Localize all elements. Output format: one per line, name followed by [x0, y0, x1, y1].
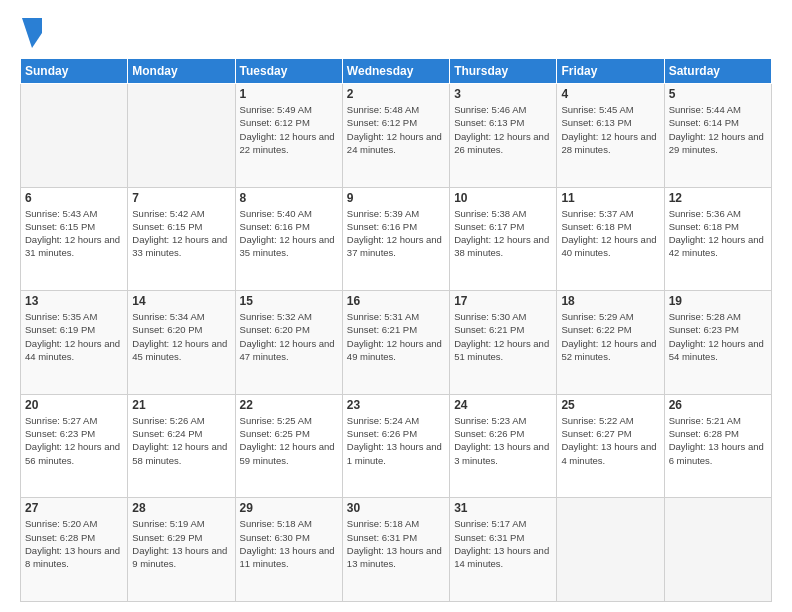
calendar-cell: 17Sunrise: 5:30 AM Sunset: 6:21 PM Dayli… — [450, 291, 557, 395]
calendar-cell: 13Sunrise: 5:35 AM Sunset: 6:19 PM Dayli… — [21, 291, 128, 395]
day-info: Sunrise: 5:24 AM Sunset: 6:26 PM Dayligh… — [347, 414, 445, 467]
calendar-cell: 7Sunrise: 5:42 AM Sunset: 6:15 PM Daylig… — [128, 187, 235, 291]
calendar-cell: 16Sunrise: 5:31 AM Sunset: 6:21 PM Dayli… — [342, 291, 449, 395]
day-info: Sunrise: 5:27 AM Sunset: 6:23 PM Dayligh… — [25, 414, 123, 467]
calendar-cell: 14Sunrise: 5:34 AM Sunset: 6:20 PM Dayli… — [128, 291, 235, 395]
calendar-cell: 21Sunrise: 5:26 AM Sunset: 6:24 PM Dayli… — [128, 394, 235, 498]
day-info: Sunrise: 5:22 AM Sunset: 6:27 PM Dayligh… — [561, 414, 659, 467]
day-number: 11 — [561, 191, 659, 205]
logo-icon — [22, 18, 42, 48]
day-info: Sunrise: 5:38 AM Sunset: 6:17 PM Dayligh… — [454, 207, 552, 260]
day-number: 19 — [669, 294, 767, 308]
day-info: Sunrise: 5:43 AM Sunset: 6:15 PM Dayligh… — [25, 207, 123, 260]
calendar-cell: 1Sunrise: 5:49 AM Sunset: 6:12 PM Daylig… — [235, 84, 342, 188]
day-header-tuesday: Tuesday — [235, 59, 342, 84]
calendar-week-1: 1Sunrise: 5:49 AM Sunset: 6:12 PM Daylig… — [21, 84, 772, 188]
calendar-cell: 26Sunrise: 5:21 AM Sunset: 6:28 PM Dayli… — [664, 394, 771, 498]
day-number: 16 — [347, 294, 445, 308]
day-number: 21 — [132, 398, 230, 412]
calendar-cell: 10Sunrise: 5:38 AM Sunset: 6:17 PM Dayli… — [450, 187, 557, 291]
day-info: Sunrise: 5:42 AM Sunset: 6:15 PM Dayligh… — [132, 207, 230, 260]
day-info: Sunrise: 5:35 AM Sunset: 6:19 PM Dayligh… — [25, 310, 123, 363]
day-info: Sunrise: 5:46 AM Sunset: 6:13 PM Dayligh… — [454, 103, 552, 156]
day-header-monday: Monday — [128, 59, 235, 84]
calendar-cell: 9Sunrise: 5:39 AM Sunset: 6:16 PM Daylig… — [342, 187, 449, 291]
calendar-week-4: 20Sunrise: 5:27 AM Sunset: 6:23 PM Dayli… — [21, 394, 772, 498]
day-number: 30 — [347, 501, 445, 515]
day-info: Sunrise: 5:34 AM Sunset: 6:20 PM Dayligh… — [132, 310, 230, 363]
day-number: 28 — [132, 501, 230, 515]
calendar-cell: 6Sunrise: 5:43 AM Sunset: 6:15 PM Daylig… — [21, 187, 128, 291]
day-number: 22 — [240, 398, 338, 412]
calendar-week-5: 27Sunrise: 5:20 AM Sunset: 6:28 PM Dayli… — [21, 498, 772, 602]
day-info: Sunrise: 5:23 AM Sunset: 6:26 PM Dayligh… — [454, 414, 552, 467]
calendar-cell: 23Sunrise: 5:24 AM Sunset: 6:26 PM Dayli… — [342, 394, 449, 498]
day-header-friday: Friday — [557, 59, 664, 84]
day-header-thursday: Thursday — [450, 59, 557, 84]
calendar-cell: 20Sunrise: 5:27 AM Sunset: 6:23 PM Dayli… — [21, 394, 128, 498]
calendar-cell: 29Sunrise: 5:18 AM Sunset: 6:30 PM Dayli… — [235, 498, 342, 602]
calendar-cell: 31Sunrise: 5:17 AM Sunset: 6:31 PM Dayli… — [450, 498, 557, 602]
calendar-cell: 15Sunrise: 5:32 AM Sunset: 6:20 PM Dayli… — [235, 291, 342, 395]
day-info: Sunrise: 5:18 AM Sunset: 6:30 PM Dayligh… — [240, 517, 338, 570]
calendar-cell: 22Sunrise: 5:25 AM Sunset: 6:25 PM Dayli… — [235, 394, 342, 498]
calendar-cell: 12Sunrise: 5:36 AM Sunset: 6:18 PM Dayli… — [664, 187, 771, 291]
day-number: 17 — [454, 294, 552, 308]
calendar-week-3: 13Sunrise: 5:35 AM Sunset: 6:19 PM Dayli… — [21, 291, 772, 395]
day-info: Sunrise: 5:18 AM Sunset: 6:31 PM Dayligh… — [347, 517, 445, 570]
day-info: Sunrise: 5:49 AM Sunset: 6:12 PM Dayligh… — [240, 103, 338, 156]
calendar-cell: 25Sunrise: 5:22 AM Sunset: 6:27 PM Dayli… — [557, 394, 664, 498]
day-number: 8 — [240, 191, 338, 205]
calendar-cell: 4Sunrise: 5:45 AM Sunset: 6:13 PM Daylig… — [557, 84, 664, 188]
day-info: Sunrise: 5:25 AM Sunset: 6:25 PM Dayligh… — [240, 414, 338, 467]
day-info: Sunrise: 5:20 AM Sunset: 6:28 PM Dayligh… — [25, 517, 123, 570]
calendar-cell: 18Sunrise: 5:29 AM Sunset: 6:22 PM Dayli… — [557, 291, 664, 395]
calendar-cell: 5Sunrise: 5:44 AM Sunset: 6:14 PM Daylig… — [664, 84, 771, 188]
page: SundayMondayTuesdayWednesdayThursdayFrid… — [0, 0, 792, 612]
day-number: 3 — [454, 87, 552, 101]
day-info: Sunrise: 5:36 AM Sunset: 6:18 PM Dayligh… — [669, 207, 767, 260]
day-info: Sunrise: 5:19 AM Sunset: 6:29 PM Dayligh… — [132, 517, 230, 570]
day-number: 4 — [561, 87, 659, 101]
calendar-header-row: SundayMondayTuesdayWednesdayThursdayFrid… — [21, 59, 772, 84]
day-info: Sunrise: 5:30 AM Sunset: 6:21 PM Dayligh… — [454, 310, 552, 363]
calendar-week-2: 6Sunrise: 5:43 AM Sunset: 6:15 PM Daylig… — [21, 187, 772, 291]
day-number: 5 — [669, 87, 767, 101]
day-number: 25 — [561, 398, 659, 412]
day-number: 23 — [347, 398, 445, 412]
calendar-cell: 8Sunrise: 5:40 AM Sunset: 6:16 PM Daylig… — [235, 187, 342, 291]
calendar-table: SundayMondayTuesdayWednesdayThursdayFrid… — [20, 58, 772, 602]
header — [20, 18, 772, 48]
day-number: 24 — [454, 398, 552, 412]
day-info: Sunrise: 5:39 AM Sunset: 6:16 PM Dayligh… — [347, 207, 445, 260]
day-info: Sunrise: 5:40 AM Sunset: 6:16 PM Dayligh… — [240, 207, 338, 260]
day-number: 6 — [25, 191, 123, 205]
day-info: Sunrise: 5:44 AM Sunset: 6:14 PM Dayligh… — [669, 103, 767, 156]
day-number: 26 — [669, 398, 767, 412]
day-info: Sunrise: 5:29 AM Sunset: 6:22 PM Dayligh… — [561, 310, 659, 363]
day-number: 18 — [561, 294, 659, 308]
logo — [20, 18, 42, 48]
day-header-sunday: Sunday — [21, 59, 128, 84]
calendar-cell: 2Sunrise: 5:48 AM Sunset: 6:12 PM Daylig… — [342, 84, 449, 188]
calendar-cell: 24Sunrise: 5:23 AM Sunset: 6:26 PM Dayli… — [450, 394, 557, 498]
day-number: 27 — [25, 501, 123, 515]
day-info: Sunrise: 5:21 AM Sunset: 6:28 PM Dayligh… — [669, 414, 767, 467]
day-info: Sunrise: 5:31 AM Sunset: 6:21 PM Dayligh… — [347, 310, 445, 363]
day-number: 1 — [240, 87, 338, 101]
day-header-saturday: Saturday — [664, 59, 771, 84]
calendar-cell: 30Sunrise: 5:18 AM Sunset: 6:31 PM Dayli… — [342, 498, 449, 602]
day-number: 9 — [347, 191, 445, 205]
calendar-cell — [128, 84, 235, 188]
calendar-cell: 19Sunrise: 5:28 AM Sunset: 6:23 PM Dayli… — [664, 291, 771, 395]
day-number: 12 — [669, 191, 767, 205]
calendar-cell — [664, 498, 771, 602]
calendar-cell: 11Sunrise: 5:37 AM Sunset: 6:18 PM Dayli… — [557, 187, 664, 291]
day-info: Sunrise: 5:26 AM Sunset: 6:24 PM Dayligh… — [132, 414, 230, 467]
day-number: 29 — [240, 501, 338, 515]
day-number: 10 — [454, 191, 552, 205]
day-number: 2 — [347, 87, 445, 101]
day-info: Sunrise: 5:28 AM Sunset: 6:23 PM Dayligh… — [669, 310, 767, 363]
day-number: 14 — [132, 294, 230, 308]
day-number: 15 — [240, 294, 338, 308]
